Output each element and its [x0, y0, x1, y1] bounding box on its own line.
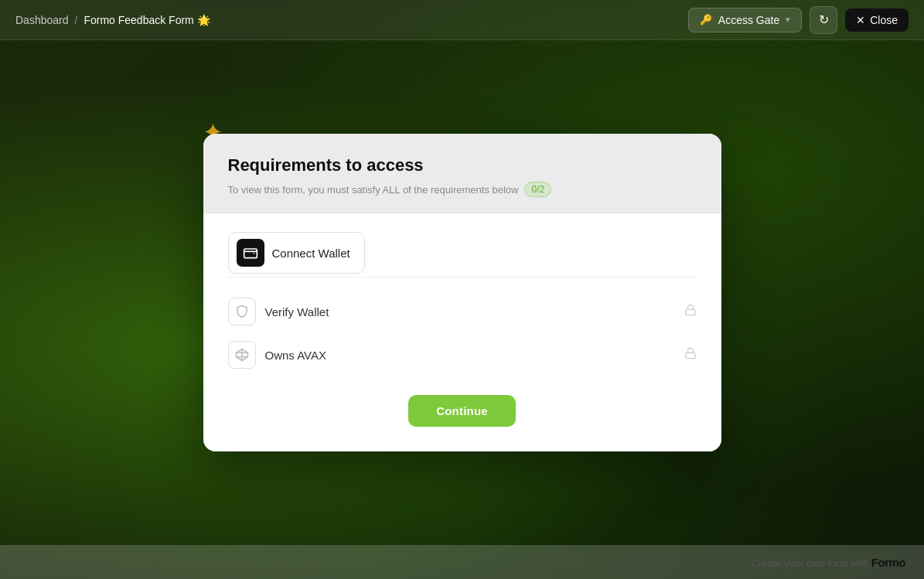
footer-prefix: Create your own form with — [751, 557, 868, 569]
refresh-icon: ↻ — [819, 12, 829, 27]
divider — [228, 277, 697, 278]
wallet-icon — [237, 239, 264, 267]
navbar: Dashboard / Formo Feedback Form 🌟 🔑 Acce… — [0, 0, 924, 40]
footer: Create your own form with Formo — [0, 545, 924, 579]
chevron-down-icon: ▾ — [786, 15, 790, 25]
close-label: Close — [870, 14, 898, 26]
card-title: Requirements to access — [228, 155, 697, 175]
refresh-button[interactable]: ↻ — [810, 6, 837, 34]
continue-button[interactable]: Continue — [408, 395, 516, 427]
verify-wallet-icon — [228, 298, 256, 325]
card-subtitle: To view this form, you must satisfy ALL … — [228, 182, 697, 197]
breadcrumb-current: Formo Feedback Form 🌟 — [84, 14, 210, 26]
access-gate-label: Access Gate — [718, 14, 779, 26]
owns-avax-lock-icon — [684, 347, 697, 363]
list-item: Verify Wallet — [228, 290, 697, 333]
navbar-right: 🔑 Access Gate ▾ ↻ ✕ Close — [688, 6, 909, 34]
svg-rect-0 — [244, 249, 257, 258]
key-icon: 🔑 — [700, 14, 712, 26]
close-button[interactable]: ✕ Close — [845, 9, 909, 32]
verify-wallet-lock-icon — [684, 304, 697, 320]
breadcrumb-separator: / — [75, 14, 78, 26]
card-body: Connect Wallet Verify Wallet — [203, 213, 721, 451]
continue-section: Continue — [228, 395, 697, 427]
owns-avax-label: Owns AVAX — [265, 349, 675, 362]
access-gate-button[interactable]: 🔑 Access Gate ▾ — [688, 8, 802, 32]
breadcrumb-dashboard[interactable]: Dashboard — [15, 14, 69, 26]
verify-wallet-label: Verify Wallet — [265, 305, 675, 318]
svg-rect-1 — [686, 309, 695, 315]
close-icon: ✕ — [856, 14, 865, 26]
subtitle-text: To view this form, you must satisfy ALL … — [228, 184, 519, 196]
footer-text: Create your own form with Formo — [751, 556, 905, 569]
owns-avax-icon — [228, 341, 256, 369]
list-item: Owns AVAX — [228, 333, 697, 376]
connect-wallet-button[interactable]: Connect Wallet — [228, 232, 365, 274]
breadcrumb: Dashboard / Formo Feedback Form 🌟 — [15, 14, 210, 26]
svg-rect-6 — [686, 353, 695, 358]
requirements-card: Requirements to access To view this form… — [203, 134, 721, 451]
card-header: Requirements to access To view this form… — [203, 134, 721, 213]
connect-wallet-label: Connect Wallet — [272, 247, 350, 260]
footer-brand: Formo — [871, 556, 905, 569]
main-content: Requirements to access To view this form… — [0, 40, 924, 545]
progress-badge: 0/2 — [524, 182, 551, 197]
